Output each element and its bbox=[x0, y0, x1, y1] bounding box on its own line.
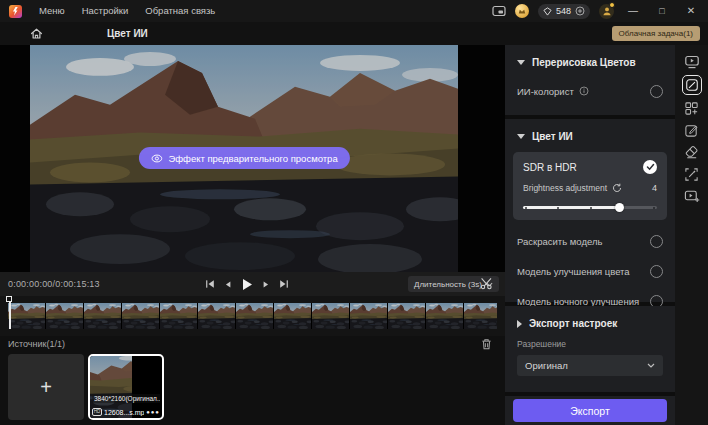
resolution-label: Разрешение bbox=[517, 339, 663, 349]
sdr-hdr-label: SDR в HDR bbox=[523, 162, 577, 173]
video-preview-area: Эффект предварительного просмотра bbox=[0, 45, 505, 272]
section-color-ai-header[interactable]: Цвет ИИ bbox=[505, 119, 675, 142]
resolution-value: Оригинал bbox=[525, 360, 568, 371]
duration-label: Длительность (3s) bbox=[414, 280, 482, 289]
collapse-indicator-icon bbox=[517, 320, 522, 328]
collapse-indicator-icon bbox=[517, 60, 525, 65]
credits-counter[interactable]: 548 bbox=[538, 4, 590, 19]
slider-fill bbox=[523, 206, 619, 209]
color-adjust-icon[interactable] bbox=[682, 75, 702, 95]
tab-color-ai[interactable]: Цвет ИИ bbox=[107, 22, 148, 45]
brightness-label: Brightness adjustment bbox=[523, 183, 607, 193]
radio-colorize-model[interactable] bbox=[650, 235, 663, 248]
cloud-task-button[interactable]: Облачная задача(1) bbox=[612, 26, 700, 41]
source-header: Источник(1/1) bbox=[0, 336, 505, 352]
option-ai-colorist[interactable]: ИИ-колорист bbox=[505, 76, 675, 106]
brightness-slider[interactable] bbox=[523, 202, 657, 212]
menu-button[interactable]: Меню bbox=[39, 0, 65, 22]
home-icon[interactable] bbox=[29, 26, 45, 42]
selected-check-icon bbox=[643, 160, 657, 174]
section-title: Перерисовка Цветов bbox=[532, 57, 636, 68]
add-source-button[interactable]: + bbox=[8, 354, 84, 420]
brightness-value: 4 bbox=[652, 183, 657, 193]
next-frame-button[interactable] bbox=[262, 280, 270, 289]
plus-icon: + bbox=[40, 376, 52, 399]
credits-value: 548 bbox=[556, 6, 571, 16]
template-add-icon[interactable] bbox=[683, 99, 701, 117]
info-icon[interactable] bbox=[579, 86, 589, 96]
playback-controls: 0:00:00:00/0:00:15:13 Длительность (3s) bbox=[0, 272, 505, 296]
sdr-hdr-card[interactable]: SDR в HDR Brightness adjustment 4 bbox=[513, 152, 667, 220]
option-color-enhance-model[interactable]: Модель улучшения цвета bbox=[505, 256, 675, 286]
previous-frame-button[interactable] bbox=[224, 280, 232, 289]
smart-select-icon[interactable] bbox=[683, 165, 701, 183]
clip-resolution-label: 3840*2160(Оригинал... bbox=[92, 394, 160, 403]
export-footer: Экспорт bbox=[505, 396, 675, 425]
tabbar: Цвет ИИ Облачная задача(1) bbox=[0, 22, 708, 45]
skip-to-end-button[interactable] bbox=[279, 279, 289, 289]
preview-effect-button[interactable]: Эффект предварительного просмотра bbox=[138, 147, 349, 169]
trash-icon[interactable] bbox=[481, 338, 492, 350]
skip-to-start-button[interactable] bbox=[205, 279, 215, 289]
colorize-model-label: Раскрасить модель bbox=[517, 236, 602, 247]
timeline-clip-strip[interactable] bbox=[8, 303, 497, 329]
export-button[interactable]: Экспорт bbox=[513, 399, 667, 422]
add-credits-icon[interactable] bbox=[575, 6, 585, 16]
app-window: Меню Настройки Обратная связь 548 — □ ✕ bbox=[0, 0, 708, 425]
radio-color-enhance-model[interactable] bbox=[650, 265, 663, 278]
timeline[interactable] bbox=[0, 296, 505, 336]
section-title: Цвет ИИ bbox=[532, 131, 573, 142]
close-button[interactable]: ✕ bbox=[681, 0, 701, 22]
clip-filename: 12608...s.mp4 bbox=[104, 409, 144, 416]
section-export-settings: Экспорт настроек Разрешение Оригинал bbox=[505, 306, 675, 392]
maximize-button[interactable]: □ bbox=[652, 0, 672, 22]
section-title: Экспорт настроек bbox=[529, 318, 617, 329]
collapse-indicator-icon bbox=[517, 134, 525, 139]
eye-icon bbox=[150, 154, 162, 163]
section-export-settings-header[interactable]: Экспорт настроек bbox=[505, 306, 675, 329]
edit-icon[interactable] bbox=[683, 121, 701, 139]
app-logo-icon bbox=[9, 5, 22, 18]
source-clip-thumbnail[interactable]: 3840*2160(Оригинал... HD 12608...s.mp4 ●… bbox=[88, 354, 164, 420]
minimize-button[interactable]: — bbox=[623, 0, 643, 22]
video-add-icon[interactable] bbox=[683, 187, 701, 205]
user-avatar[interactable] bbox=[599, 4, 614, 19]
source-count-label: Источник(1/1) bbox=[8, 339, 65, 349]
split-scissors-button[interactable] bbox=[480, 277, 493, 290]
chevron-down-icon bbox=[647, 363, 655, 368]
radio-ai-colorist[interactable] bbox=[650, 85, 663, 98]
settings-sidebar: Перерисовка Цветов ИИ-колорист Цвет ИИ S… bbox=[505, 45, 675, 425]
tool-strip bbox=[675, 45, 708, 425]
preview-effect-label: Эффект предварительного просмотра bbox=[168, 153, 337, 164]
settings-menu-button[interactable]: Настройки bbox=[82, 0, 129, 22]
night-enhance-model-label: Модель ночного улучшения bbox=[517, 296, 639, 307]
play-button[interactable] bbox=[241, 278, 253, 291]
vip-membership-icon[interactable] bbox=[515, 4, 529, 18]
eraser-icon[interactable] bbox=[683, 143, 701, 161]
timecode: 0:00:00:00/0:00:15:13 bbox=[8, 272, 100, 296]
playhead-line bbox=[9, 302, 11, 329]
feedback-menu-button[interactable]: Обратная связь bbox=[145, 0, 215, 22]
slider-knob[interactable] bbox=[615, 203, 624, 212]
resolution-select[interactable]: Оригинал bbox=[517, 355, 663, 376]
avatar-notification-badge bbox=[609, 2, 615, 8]
clip-more-icon[interactable]: ●●● bbox=[146, 409, 160, 415]
playhead[interactable] bbox=[6, 296, 15, 332]
diamond-icon bbox=[543, 7, 552, 16]
video-enhance-icon[interactable] bbox=[683, 53, 701, 71]
section-color-redraw-header[interactable]: Перерисовка Цветов bbox=[505, 45, 675, 68]
section-color-ai: Цвет ИИ SDR в HDR Brightness adjustment … bbox=[505, 119, 675, 302]
ai-colorist-label: ИИ-колорист bbox=[517, 86, 574, 97]
hd-badge-icon: HD bbox=[92, 408, 102, 416]
color-enhance-model-label: Модель улучшения цвета bbox=[517, 266, 630, 277]
section-color-redraw: Перерисовка Цветов ИИ-колорист bbox=[505, 45, 675, 115]
reset-icon[interactable] bbox=[612, 183, 622, 193]
mini-window-icon[interactable] bbox=[492, 5, 506, 17]
option-colorize-model[interactable]: Раскрасить модель bbox=[505, 226, 675, 256]
titlebar: Меню Настройки Обратная связь 548 — □ ✕ bbox=[0, 0, 708, 22]
